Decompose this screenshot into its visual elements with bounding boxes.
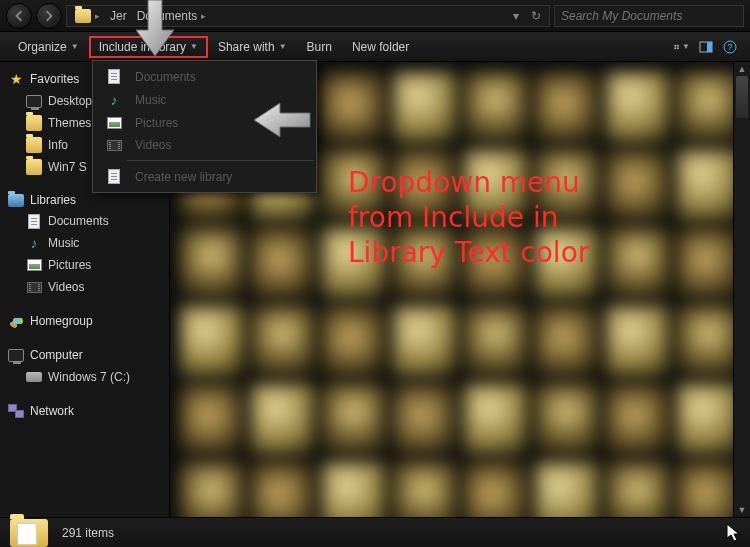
view-options-icon[interactable]: ▼ bbox=[674, 39, 690, 55]
back-button[interactable] bbox=[6, 3, 32, 29]
burn-button[interactable]: Burn bbox=[297, 36, 342, 58]
network-icon bbox=[8, 403, 24, 419]
folder-icon bbox=[26, 137, 42, 153]
annotation-arrow-left-icon bbox=[248, 98, 312, 142]
status-bar: 291 items bbox=[0, 517, 750, 547]
folder-icon bbox=[26, 115, 42, 131]
help-icon[interactable]: ? bbox=[722, 39, 738, 55]
computer-icon bbox=[8, 347, 24, 363]
menu-separator bbox=[127, 160, 314, 161]
svg-rect-5 bbox=[707, 42, 712, 52]
star-icon: ★ bbox=[8, 71, 24, 87]
annotation-text: Dropdown menu from Include in Library Te… bbox=[348, 165, 589, 270]
pictures-icon bbox=[26, 257, 42, 273]
sidebar-item-documents[interactable]: Documents bbox=[0, 210, 169, 232]
svg-rect-3 bbox=[677, 47, 679, 49]
forward-button[interactable] bbox=[36, 3, 62, 29]
search-box[interactable] bbox=[554, 5, 744, 27]
annotation-arrow-down-icon bbox=[130, 0, 180, 62]
menu-item-documents[interactable]: Documents bbox=[93, 65, 316, 88]
scroll-thumb[interactable] bbox=[736, 76, 748, 118]
drive-icon bbox=[26, 369, 42, 385]
toolbar: Organize▼ Include in library▼ Share with… bbox=[0, 32, 750, 62]
breadcrumb-label: Jer bbox=[110, 9, 127, 23]
address-bar: ▸ Jer Documents▸ ▾ ↻ bbox=[0, 0, 750, 32]
desktop-icon bbox=[26, 93, 42, 109]
videos-icon bbox=[26, 279, 42, 295]
sidebar-item-pictures[interactable]: Pictures bbox=[0, 254, 169, 276]
new-library-icon bbox=[103, 169, 125, 184]
refresh-icon[interactable]: ↻ bbox=[527, 7, 545, 25]
mouse-cursor-icon bbox=[726, 523, 742, 543]
menu-item-create-library[interactable]: Create new library bbox=[93, 165, 316, 188]
libraries-header[interactable]: Libraries bbox=[0, 190, 169, 210]
search-input[interactable] bbox=[561, 9, 737, 23]
vertical-scrollbar[interactable]: ▲ ▼ bbox=[733, 62, 750, 517]
breadcrumb-segment[interactable]: Jer bbox=[106, 9, 131, 23]
network-header[interactable]: Network bbox=[0, 400, 169, 422]
svg-rect-0 bbox=[674, 44, 676, 46]
folder-icon bbox=[10, 519, 48, 547]
breadcrumb-root[interactable]: ▸ bbox=[71, 9, 104, 23]
document-icon bbox=[26, 213, 42, 229]
computer-header[interactable]: Computer bbox=[0, 344, 169, 366]
svg-rect-1 bbox=[677, 44, 679, 46]
new-folder-button[interactable]: New folder bbox=[342, 36, 419, 58]
pictures-icon bbox=[103, 117, 125, 129]
item-count: 291 items bbox=[62, 526, 114, 540]
svg-rect-2 bbox=[674, 47, 676, 49]
scroll-down-icon[interactable]: ▼ bbox=[734, 503, 750, 517]
folder-icon bbox=[26, 159, 42, 175]
homegroup-icon bbox=[8, 313, 24, 329]
history-dropdown-icon[interactable]: ▾ bbox=[507, 7, 525, 25]
sidebar-item-music[interactable]: ♪Music bbox=[0, 232, 169, 254]
sidebar-item-drive-c[interactable]: Windows 7 (C:) bbox=[0, 366, 169, 388]
videos-icon bbox=[103, 140, 125, 151]
organize-button[interactable]: Organize▼ bbox=[8, 36, 89, 58]
libraries-icon bbox=[8, 194, 24, 207]
svg-text:?: ? bbox=[727, 42, 732, 52]
homegroup-header[interactable]: Homegroup bbox=[0, 310, 169, 332]
scroll-up-icon[interactable]: ▲ bbox=[734, 62, 750, 76]
preview-pane-icon[interactable] bbox=[698, 39, 714, 55]
document-icon bbox=[103, 69, 125, 84]
music-icon: ♪ bbox=[103, 92, 125, 108]
share-with-button[interactable]: Share with▼ bbox=[208, 36, 297, 58]
folder-icon bbox=[75, 9, 91, 23]
sidebar-item-videos[interactable]: Videos bbox=[0, 276, 169, 298]
music-icon: ♪ bbox=[26, 235, 42, 251]
